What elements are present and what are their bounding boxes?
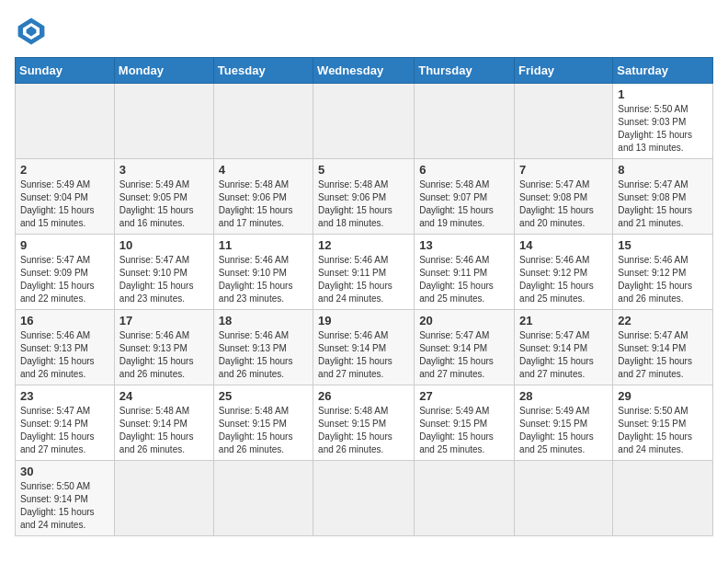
day-number: 25 (219, 389, 308, 403)
calendar-week-1: 1Sunrise: 5:50 AM Sunset: 9:03 PM Daylig… (16, 84, 713, 159)
calendar-day (515, 84, 613, 159)
day-info: Sunrise: 5:48 AM Sunset: 9:15 PM Dayligh… (318, 405, 409, 456)
calendar-day (313, 461, 415, 536)
day-number: 16 (20, 314, 109, 327)
calendar-day: 6Sunrise: 5:48 AM Sunset: 9:07 PM Daylig… (415, 159, 515, 235)
calendar-day (415, 461, 515, 536)
page-header (15, 15, 713, 48)
day-number: 24 (119, 389, 209, 403)
day-number: 19 (318, 314, 409, 327)
calendar-day: 15Sunrise: 5:46 AM Sunset: 9:12 PM Dayli… (613, 235, 713, 310)
day-info: Sunrise: 5:46 AM Sunset: 9:11 PM Dayligh… (419, 254, 509, 305)
calendar-day: 2Sunrise: 5:49 AM Sunset: 9:04 PM Daylig… (16, 159, 115, 235)
day-number: 29 (618, 389, 708, 403)
calendar-day (515, 461, 613, 536)
day-info: Sunrise: 5:47 AM Sunset: 9:09 PM Dayligh… (20, 254, 109, 305)
day-info: Sunrise: 5:46 AM Sunset: 9:13 PM Dayligh… (119, 329, 209, 381)
calendar-day (114, 84, 213, 159)
calendar-day (313, 84, 415, 159)
day-info: Sunrise: 5:49 AM Sunset: 9:15 PM Dayligh… (519, 405, 608, 456)
day-info: Sunrise: 5:48 AM Sunset: 9:15 PM Dayligh… (219, 405, 308, 456)
calendar-day: 24Sunrise: 5:48 AM Sunset: 9:14 PM Dayli… (114, 385, 213, 461)
day-info: Sunrise: 5:47 AM Sunset: 9:14 PM Dayligh… (419, 329, 509, 381)
day-number: 10 (119, 238, 209, 252)
day-number: 22 (618, 314, 708, 327)
calendar-day: 14Sunrise: 5:46 AM Sunset: 9:12 PM Dayli… (515, 235, 613, 310)
day-number: 9 (20, 238, 109, 252)
day-info: Sunrise: 5:48 AM Sunset: 9:06 PM Dayligh… (219, 178, 308, 230)
calendar-day: 12Sunrise: 5:46 AM Sunset: 9:11 PM Dayli… (313, 235, 415, 310)
day-info: Sunrise: 5:46 AM Sunset: 9:10 PM Dayligh… (219, 254, 308, 305)
day-info: Sunrise: 5:46 AM Sunset: 9:11 PM Dayligh… (318, 254, 409, 305)
calendar-day: 18Sunrise: 5:46 AM Sunset: 9:13 PM Dayli… (213, 310, 313, 385)
day-number: 7 (519, 163, 608, 177)
day-number: 15 (618, 238, 708, 252)
day-info: Sunrise: 5:50 AM Sunset: 9:03 PM Dayligh… (618, 103, 708, 155)
day-number: 23 (20, 389, 109, 403)
day-info: Sunrise: 5:48 AM Sunset: 9:07 PM Dayligh… (419, 178, 509, 230)
weekday-header-wednesday: Wednesday (313, 58, 415, 84)
day-number: 11 (219, 238, 308, 252)
calendar-day: 17Sunrise: 5:46 AM Sunset: 9:13 PM Dayli… (114, 310, 213, 385)
day-info: Sunrise: 5:46 AM Sunset: 9:13 PM Dayligh… (20, 329, 109, 381)
day-info: Sunrise: 5:50 AM Sunset: 9:15 PM Dayligh… (618, 405, 708, 456)
day-info: Sunrise: 5:46 AM Sunset: 9:13 PM Dayligh… (219, 329, 308, 381)
day-number: 17 (119, 314, 209, 327)
calendar-day (415, 84, 515, 159)
calendar-day: 5Sunrise: 5:48 AM Sunset: 9:06 PM Daylig… (313, 159, 415, 235)
weekday-header-tuesday: Tuesday (213, 58, 313, 84)
calendar-day: 3Sunrise: 5:49 AM Sunset: 9:05 PM Daylig… (114, 159, 213, 235)
day-info: Sunrise: 5:49 AM Sunset: 9:05 PM Dayligh… (119, 178, 209, 230)
calendar-day: 8Sunrise: 5:47 AM Sunset: 9:08 PM Daylig… (613, 159, 713, 235)
calendar-day (114, 461, 213, 536)
calendar-day: 20Sunrise: 5:47 AM Sunset: 9:14 PM Dayli… (415, 310, 515, 385)
weekday-header-monday: Monday (114, 58, 213, 84)
calendar-day: 9Sunrise: 5:47 AM Sunset: 9:09 PM Daylig… (16, 235, 115, 310)
day-info: Sunrise: 5:47 AM Sunset: 9:08 PM Dayligh… (519, 178, 608, 230)
day-info: Sunrise: 5:47 AM Sunset: 9:10 PM Dayligh… (119, 254, 209, 305)
day-info: Sunrise: 5:47 AM Sunset: 9:14 PM Dayligh… (519, 329, 608, 381)
logo (15, 15, 53, 48)
calendar-day: 19Sunrise: 5:46 AM Sunset: 9:14 PM Dayli… (313, 310, 415, 385)
day-number: 8 (618, 163, 708, 177)
calendar-day: 10Sunrise: 5:47 AM Sunset: 9:10 PM Dayli… (114, 235, 213, 310)
day-info: Sunrise: 5:50 AM Sunset: 9:14 PM Dayligh… (20, 480, 109, 532)
day-info: Sunrise: 5:48 AM Sunset: 9:14 PM Dayligh… (119, 405, 209, 456)
day-info: Sunrise: 5:49 AM Sunset: 9:04 PM Dayligh… (20, 178, 109, 230)
weekday-header-sunday: Sunday (16, 58, 115, 84)
calendar-day: 25Sunrise: 5:48 AM Sunset: 9:15 PM Dayli… (213, 385, 313, 461)
calendar-week-5: 23Sunrise: 5:47 AM Sunset: 9:14 PM Dayli… (16, 385, 713, 461)
calendar-day: 21Sunrise: 5:47 AM Sunset: 9:14 PM Dayli… (515, 310, 613, 385)
day-number: 3 (119, 163, 209, 177)
weekday-header-friday: Friday (515, 58, 613, 84)
day-number: 2 (20, 163, 109, 177)
calendar-day: 4Sunrise: 5:48 AM Sunset: 9:06 PM Daylig… (213, 159, 313, 235)
day-info: Sunrise: 5:47 AM Sunset: 9:14 PM Dayligh… (618, 329, 708, 381)
calendar-day: 29Sunrise: 5:50 AM Sunset: 9:15 PM Dayli… (613, 385, 713, 461)
day-number: 26 (318, 389, 409, 403)
day-number: 1 (618, 87, 708, 101)
weekday-header-saturday: Saturday (613, 58, 713, 84)
calendar-day (213, 84, 313, 159)
calendar-day (613, 461, 713, 536)
day-info: Sunrise: 5:46 AM Sunset: 9:14 PM Dayligh… (318, 329, 409, 381)
day-number: 27 (419, 389, 509, 403)
logo-icon (15, 15, 48, 48)
calendar-day (16, 84, 115, 159)
calendar-day: 28Sunrise: 5:49 AM Sunset: 9:15 PM Dayli… (515, 385, 613, 461)
day-number: 14 (519, 238, 608, 252)
day-number: 13 (419, 238, 509, 252)
day-number: 21 (519, 314, 608, 327)
day-number: 28 (519, 389, 608, 403)
day-number: 6 (419, 163, 509, 177)
day-number: 20 (419, 314, 509, 327)
calendar-week-2: 2Sunrise: 5:49 AM Sunset: 9:04 PM Daylig… (16, 159, 713, 235)
calendar-day: 22Sunrise: 5:47 AM Sunset: 9:14 PM Dayli… (613, 310, 713, 385)
calendar-day: 11Sunrise: 5:46 AM Sunset: 9:10 PM Dayli… (213, 235, 313, 310)
calendar-day: 23Sunrise: 5:47 AM Sunset: 9:14 PM Dayli… (16, 385, 115, 461)
calendar-day: 7Sunrise: 5:47 AM Sunset: 9:08 PM Daylig… (515, 159, 613, 235)
calendar-header-row: SundayMondayTuesdayWednesdayThursdayFrid… (16, 58, 713, 84)
day-info: Sunrise: 5:49 AM Sunset: 9:15 PM Dayligh… (419, 405, 509, 456)
calendar-day: 13Sunrise: 5:46 AM Sunset: 9:11 PM Dayli… (415, 235, 515, 310)
day-info: Sunrise: 5:48 AM Sunset: 9:06 PM Dayligh… (318, 178, 409, 230)
